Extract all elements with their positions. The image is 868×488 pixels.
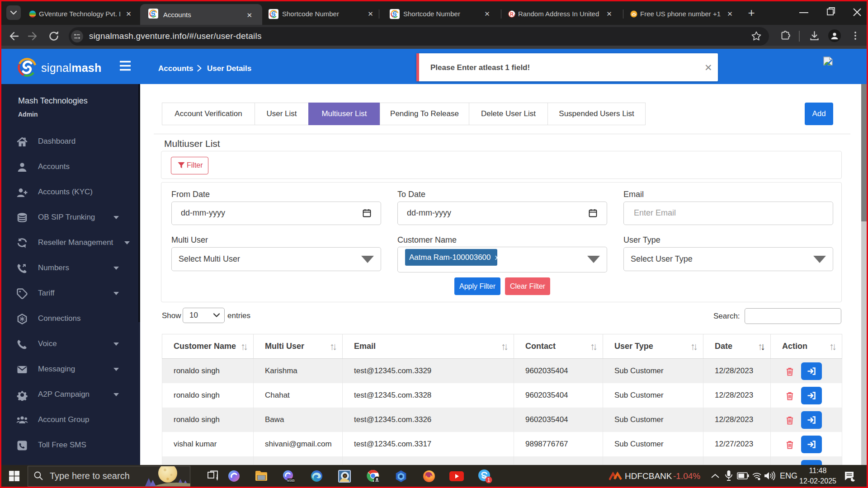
svg-text:1: 1 <box>487 477 490 483</box>
svg-text:R: R <box>510 11 514 17</box>
svg-text:M365: M365 <box>287 479 295 482</box>
